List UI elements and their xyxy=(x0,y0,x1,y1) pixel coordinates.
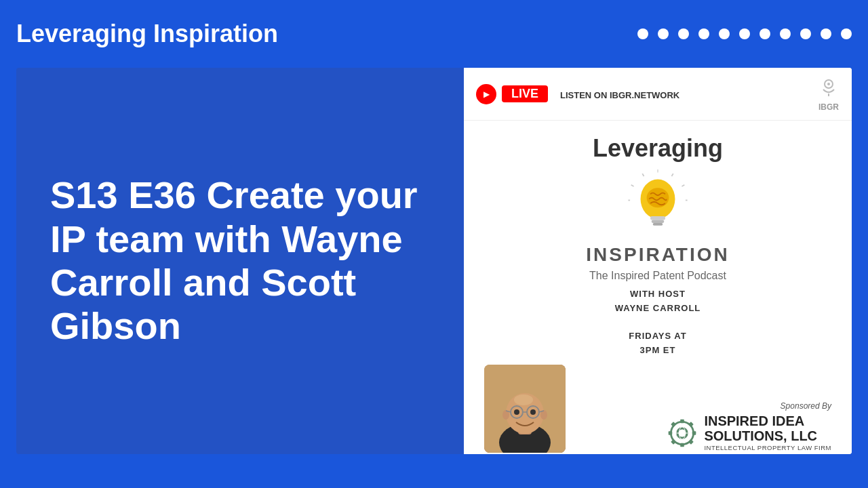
ibgr-logo: IBGR xyxy=(818,76,840,112)
svg-rect-37 xyxy=(688,439,694,445)
dot-5[interactable] xyxy=(719,28,730,39)
sponsor-brand: INSPIRED IDEA SOLUTIONS, LLC INTELLECTUA… xyxy=(666,413,831,453)
with-host-label: WITH HOST xyxy=(630,289,686,299)
bottom-section: Sponsored By xyxy=(484,358,831,453)
dot-9[interactable] xyxy=(800,28,811,39)
header: Leveraging Inspiration xyxy=(0,0,868,68)
svg-point-27 xyxy=(530,409,536,415)
dot-1[interactable] xyxy=(637,28,648,39)
svg-line-4 xyxy=(671,174,673,176)
live-badge: LIVE LISTEN ON IBGR.NETWORK xyxy=(476,84,679,104)
svg-rect-30 xyxy=(681,420,685,424)
svg-rect-36 xyxy=(671,439,677,445)
svg-rect-35 xyxy=(688,422,694,427)
podcast-body: Leveraging xyxy=(464,121,852,454)
svg-line-7 xyxy=(642,174,644,176)
sponsor-name: INSPIRED IDEA SOLUTIONS, LLC xyxy=(704,413,831,443)
dot-6[interactable] xyxy=(739,28,750,39)
svg-point-28 xyxy=(514,394,533,405)
schedule-time: 3PM ET xyxy=(640,345,676,355)
episode-panel: S13 E36 Create your IP team with Wayne C… xyxy=(16,68,464,454)
svg-point-1 xyxy=(827,83,830,85)
svg-rect-12 xyxy=(650,216,665,220)
listen-on-label: LISTEN ON IBGR.NETWORK xyxy=(560,90,679,100)
sponsor-area: Sponsored By xyxy=(666,401,831,453)
podcast-title-leveraging: Leveraging xyxy=(593,134,723,163)
play-icon xyxy=(476,84,496,104)
live-bar: LIVE LISTEN ON IBGR.NETWORK IBGR xyxy=(464,68,852,121)
podcast-panel: LIVE LISTEN ON IBGR.NETWORK IBGR xyxy=(464,68,852,454)
host-name-label: WAYNE CARROLL xyxy=(615,303,701,313)
episode-title: S13 E36 Create your IP team with Wayne C… xyxy=(50,174,430,348)
svg-rect-32 xyxy=(669,431,673,435)
dots-navigation[interactable] xyxy=(637,28,852,39)
svg-rect-13 xyxy=(652,220,664,224)
svg-point-26 xyxy=(514,409,519,415)
sponsored-by-label: Sponsored By xyxy=(781,401,831,411)
podcast-icon xyxy=(818,76,840,102)
svg-rect-33 xyxy=(692,431,696,435)
host-info: WITH HOST WAYNE CARROLL FRIDAYS AT 3PM E… xyxy=(615,287,701,358)
podcast-tagline: The Inspired Patent Podcast xyxy=(589,270,726,282)
live-label: LIVE xyxy=(502,85,548,102)
dot-4[interactable] xyxy=(698,28,709,39)
sponsor-text-block: INSPIRED IDEA SOLUTIONS, LLC INTELLECTUA… xyxy=(704,413,831,453)
svg-line-6 xyxy=(631,185,634,186)
ibgr-label: IBGR xyxy=(818,102,839,112)
lightbulb-icon xyxy=(624,169,692,237)
main-content: S13 E36 Create your IP team with Wayne C… xyxy=(16,68,852,454)
dot-10[interactable] xyxy=(821,28,831,39)
page-title: Leveraging Inspiration xyxy=(16,20,278,48)
schedule-label: FRIDAYS AT xyxy=(629,331,686,341)
sponsor-subtitle: INTELLECTUAL PROPERTY LAW FIRM xyxy=(704,443,831,453)
dot-8[interactable] xyxy=(780,28,791,39)
podcast-title-inspiration: INSPIRATION xyxy=(586,244,729,266)
svg-line-5 xyxy=(682,185,684,186)
svg-rect-14 xyxy=(653,223,663,226)
host-photo xyxy=(484,365,566,453)
svg-rect-31 xyxy=(681,443,685,447)
dot-7[interactable] xyxy=(760,28,770,39)
svg-rect-34 xyxy=(671,422,677,427)
gear-icon xyxy=(666,417,698,449)
dot-2[interactable] xyxy=(658,28,669,39)
dot-3[interactable] xyxy=(678,28,689,39)
dot-11[interactable] xyxy=(841,28,852,39)
